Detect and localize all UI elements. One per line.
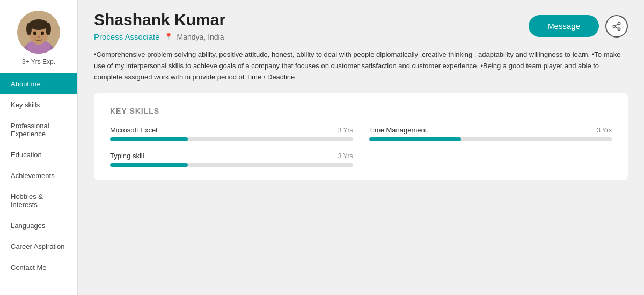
skill-bar-bg-1	[369, 137, 612, 141]
skill-item-1: Time Management. 3 Yrs	[369, 126, 612, 141]
svg-line-14	[615, 27, 618, 28]
profile-header: Shashank Kumar Process Associate 📍 Mandy…	[94, 11, 628, 41]
avatar-image	[17, 11, 60, 54]
svg-point-13	[618, 28, 620, 31]
skills-section-title: KEY SKILLS	[110, 107, 612, 115]
skills-card: KEY SKILLS Microsoft Excel 3 Yrs Time Ma…	[94, 93, 628, 180]
skill-bar-bg-2	[110, 163, 353, 167]
skill-name-2: Typing skill	[110, 152, 144, 160]
skill-bar-fill-1	[369, 137, 462, 141]
experience-label: 3+ Yrs Exp.	[22, 58, 55, 65]
skill-years-1: 3 Yrs	[597, 127, 612, 134]
profile-location: Mandya, India	[177, 33, 224, 41]
profile-title-row: Process Associate 📍 Mandya, India	[94, 32, 529, 41]
avatar-container: 3+ Yrs Exp.	[17, 11, 60, 65]
skill-header-2: Typing skill 3 Yrs	[110, 152, 353, 160]
location-icon: 📍	[164, 33, 173, 41]
message-button[interactable]: Message	[529, 15, 599, 37]
svg-point-6	[26, 23, 32, 35]
skill-bar-fill-0	[110, 137, 188, 141]
profile-info: Shashank Kumar Process Associate 📍 Mandy…	[94, 11, 529, 41]
skill-name-0: Microsoft Excel	[110, 126, 157, 134]
skills-grid: Microsoft Excel 3 Yrs Time Management. 3…	[110, 126, 612, 167]
svg-point-9	[41, 32, 44, 35]
svg-line-15	[615, 24, 618, 25]
skill-years-2: 3 Yrs	[338, 152, 353, 160]
svg-point-12	[613, 25, 616, 27]
skill-item-0: Microsoft Excel 3 Yrs	[110, 126, 353, 141]
sidebar-item-career-aspiration[interactable]: Career Aspiration	[0, 236, 77, 257]
sidebar-item-achievements[interactable]: Achievements	[0, 165, 77, 186]
svg-point-7	[46, 23, 51, 35]
about-text: •Comprehensive problem solving ability, …	[94, 49, 628, 83]
skill-bar-fill-2	[110, 163, 188, 167]
sidebar-item-contact-me[interactable]: Contact Me	[0, 257, 77, 278]
profile-actions: Message	[529, 15, 628, 38]
main-content: Shashank Kumar Process Associate 📍 Mandy…	[78, 0, 644, 295]
svg-point-10	[38, 36, 40, 38]
profile-title: Process Associate	[94, 32, 160, 41]
skill-header-1: Time Management. 3 Yrs	[369, 126, 612, 134]
avatar	[17, 11, 60, 54]
skill-item-2: Typing skill 3 Yrs	[110, 152, 353, 167]
skill-name-1: Time Management.	[369, 126, 429, 134]
sidebar: 3+ Yrs Exp. About meKey skillsProfession…	[0, 0, 78, 295]
profile-name: Shashank Kumar	[94, 11, 529, 29]
sidebar-item-languages[interactable]: Languages	[0, 215, 77, 236]
svg-point-5	[29, 19, 48, 30]
share-icon	[612, 21, 621, 31]
svg-point-11	[618, 22, 620, 25]
sidebar-item-education[interactable]: Education	[0, 144, 77, 165]
sidebar-item-hobbies-interests[interactable]: Hobbies & Interests	[0, 186, 77, 215]
sidebar-nav: About meKey skillsProfessional Experienc…	[0, 73, 77, 278]
sidebar-item-about-me[interactable]: About me	[0, 73, 77, 94]
svg-point-8	[33, 32, 36, 35]
sidebar-item-professional-experience[interactable]: Professional Experience	[0, 115, 77, 144]
share-button[interactable]	[605, 15, 628, 38]
skill-years-0: 3 Yrs	[338, 127, 353, 134]
skill-header-0: Microsoft Excel 3 Yrs	[110, 126, 353, 134]
skill-bar-bg-0	[110, 137, 353, 141]
sidebar-item-key-skills[interactable]: Key skills	[0, 94, 77, 115]
